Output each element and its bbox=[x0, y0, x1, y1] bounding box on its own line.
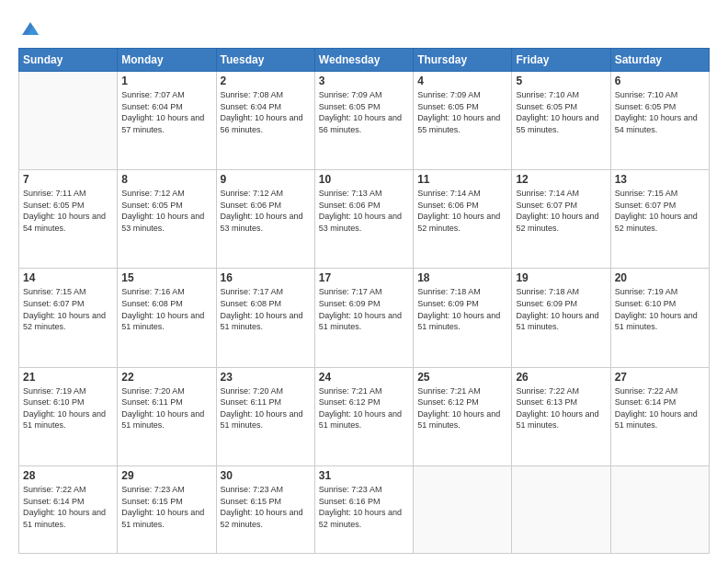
day-number: 31 bbox=[319, 469, 409, 482]
day-number: 24 bbox=[319, 371, 409, 384]
calendar-cell: 25Sunrise: 7:21 AMSunset: 6:12 PMDayligh… bbox=[414, 367, 512, 465]
day-detail: Sunrise: 7:08 AMSunset: 6:04 PMDaylight:… bbox=[221, 89, 311, 135]
day-number: 11 bbox=[417, 173, 507, 186]
calendar-cell: 29Sunrise: 7:23 AMSunset: 6:15 PMDayligh… bbox=[118, 465, 216, 553]
calendar-cell: 8Sunrise: 7:12 AMSunset: 6:05 PMDaylight… bbox=[118, 170, 216, 269]
calendar-cell: 13Sunrise: 7:15 AMSunset: 6:07 PMDayligh… bbox=[610, 170, 709, 269]
day-detail: Sunrise: 7:22 AMSunset: 6:14 PMDaylight:… bbox=[23, 484, 113, 530]
calendar-cell: 2Sunrise: 7:08 AMSunset: 6:04 PMDaylight… bbox=[216, 72, 314, 170]
calendar-cell: 3Sunrise: 7:09 AMSunset: 6:05 PMDaylight… bbox=[314, 72, 413, 170]
calendar-cell: 15Sunrise: 7:16 AMSunset: 6:08 PMDayligh… bbox=[118, 269, 216, 367]
day-detail: Sunrise: 7:21 AMSunset: 6:12 PMDaylight:… bbox=[319, 385, 409, 431]
calendar-cell: 1Sunrise: 7:07 AMSunset: 6:04 PMDaylight… bbox=[118, 72, 216, 170]
day-detail: Sunrise: 7:16 AMSunset: 6:08 PMDaylight:… bbox=[121, 286, 211, 332]
day-number: 23 bbox=[221, 371, 311, 384]
day-number: 19 bbox=[516, 271, 606, 284]
calendar-week-4: 21Sunrise: 7:19 AMSunset: 6:10 PMDayligh… bbox=[19, 367, 710, 465]
calendar-cell: 26Sunrise: 7:22 AMSunset: 6:13 PMDayligh… bbox=[512, 367, 610, 465]
day-detail: Sunrise: 7:15 AMSunset: 6:07 PMDaylight:… bbox=[615, 188, 705, 234]
calendar-cell: 4Sunrise: 7:09 AMSunset: 6:05 PMDaylight… bbox=[414, 72, 512, 170]
day-number: 14 bbox=[23, 271, 113, 284]
day-number: 2 bbox=[221, 75, 311, 87]
page: SundayMondayTuesdayWednesdayThursdayFrid… bbox=[0, 0, 728, 563]
calendar-header-wednesday: Wednesday bbox=[314, 49, 413, 72]
calendar-week-2: 7Sunrise: 7:11 AMSunset: 6:05 PMDaylight… bbox=[19, 170, 710, 269]
calendar-cell: 30Sunrise: 7:23 AMSunset: 6:15 PMDayligh… bbox=[216, 465, 314, 553]
day-number: 3 bbox=[319, 75, 409, 87]
calendar-cell: 21Sunrise: 7:19 AMSunset: 6:10 PMDayligh… bbox=[19, 367, 118, 465]
calendar-week-3: 14Sunrise: 7:15 AMSunset: 6:07 PMDayligh… bbox=[19, 269, 710, 367]
day-detail: Sunrise: 7:10 AMSunset: 6:05 PMDaylight:… bbox=[615, 89, 705, 135]
day-detail: Sunrise: 7:12 AMSunset: 6:05 PMDaylight:… bbox=[121, 188, 211, 234]
day-detail: Sunrise: 7:20 AMSunset: 6:11 PMDaylight:… bbox=[121, 385, 211, 431]
calendar-header-sunday: Sunday bbox=[19, 49, 118, 72]
calendar-header-monday: Monday bbox=[118, 49, 216, 72]
day-number: 16 bbox=[221, 271, 311, 284]
calendar-cell: 6Sunrise: 7:10 AMSunset: 6:05 PMDaylight… bbox=[610, 72, 709, 170]
calendar-cell: 20Sunrise: 7:19 AMSunset: 6:10 PMDayligh… bbox=[610, 269, 709, 367]
calendar-header-friday: Friday bbox=[512, 49, 610, 72]
calendar-header-saturday: Saturday bbox=[610, 49, 709, 72]
day-number: 27 bbox=[615, 371, 705, 384]
calendar-cell: 16Sunrise: 7:17 AMSunset: 6:08 PMDayligh… bbox=[216, 269, 314, 367]
calendar-cell bbox=[512, 465, 610, 553]
day-number: 18 bbox=[417, 271, 507, 284]
day-detail: Sunrise: 7:20 AMSunset: 6:11 PMDaylight:… bbox=[221, 385, 311, 431]
day-number: 5 bbox=[516, 75, 606, 87]
day-detail: Sunrise: 7:17 AMSunset: 6:08 PMDaylight:… bbox=[221, 286, 311, 332]
calendar-cell: 24Sunrise: 7:21 AMSunset: 6:12 PMDayligh… bbox=[314, 367, 413, 465]
calendar-cell: 10Sunrise: 7:13 AMSunset: 6:06 PMDayligh… bbox=[314, 170, 413, 269]
day-detail: Sunrise: 7:12 AMSunset: 6:06 PMDaylight:… bbox=[221, 188, 311, 234]
day-number: 1 bbox=[121, 75, 211, 87]
day-detail: Sunrise: 7:18 AMSunset: 6:09 PMDaylight:… bbox=[417, 286, 507, 332]
logo-icon bbox=[20, 18, 40, 39]
day-number: 28 bbox=[23, 469, 113, 482]
calendar-cell: 12Sunrise: 7:14 AMSunset: 6:07 PMDayligh… bbox=[512, 170, 610, 269]
day-number: 7 bbox=[23, 173, 113, 186]
day-number: 26 bbox=[516, 371, 606, 384]
day-detail: Sunrise: 7:22 AMSunset: 6:13 PMDaylight:… bbox=[516, 385, 606, 431]
header bbox=[18, 17, 710, 39]
day-detail: Sunrise: 7:14 AMSunset: 6:06 PMDaylight:… bbox=[417, 188, 507, 234]
day-number: 12 bbox=[516, 173, 606, 186]
day-detail: Sunrise: 7:23 AMSunset: 6:16 PMDaylight:… bbox=[319, 484, 409, 530]
day-detail: Sunrise: 7:18 AMSunset: 6:09 PMDaylight:… bbox=[516, 286, 606, 332]
day-detail: Sunrise: 7:07 AMSunset: 6:04 PMDaylight:… bbox=[121, 89, 211, 135]
day-number: 21 bbox=[23, 371, 113, 384]
calendar-cell: 19Sunrise: 7:18 AMSunset: 6:09 PMDayligh… bbox=[512, 269, 610, 367]
day-number: 25 bbox=[417, 371, 507, 384]
day-detail: Sunrise: 7:09 AMSunset: 6:05 PMDaylight:… bbox=[319, 89, 409, 135]
day-number: 10 bbox=[319, 173, 409, 186]
day-number: 17 bbox=[319, 271, 409, 284]
day-detail: Sunrise: 7:19 AMSunset: 6:10 PMDaylight:… bbox=[23, 385, 113, 431]
calendar-cell: 31Sunrise: 7:23 AMSunset: 6:16 PMDayligh… bbox=[314, 465, 413, 553]
day-number: 20 bbox=[615, 271, 705, 284]
calendar-cell: 5Sunrise: 7:10 AMSunset: 6:05 PMDaylight… bbox=[512, 72, 610, 170]
calendar-cell: 14Sunrise: 7:15 AMSunset: 6:07 PMDayligh… bbox=[19, 269, 118, 367]
day-detail: Sunrise: 7:10 AMSunset: 6:05 PMDaylight:… bbox=[516, 89, 606, 135]
calendar-cell: 11Sunrise: 7:14 AMSunset: 6:06 PMDayligh… bbox=[414, 170, 512, 269]
calendar-header-thursday: Thursday bbox=[414, 49, 512, 72]
day-detail: Sunrise: 7:17 AMSunset: 6:09 PMDaylight:… bbox=[319, 286, 409, 332]
day-detail: Sunrise: 7:23 AMSunset: 6:15 PMDaylight:… bbox=[221, 484, 311, 530]
day-detail: Sunrise: 7:19 AMSunset: 6:10 PMDaylight:… bbox=[615, 286, 705, 332]
day-number: 13 bbox=[615, 173, 705, 186]
day-detail: Sunrise: 7:13 AMSunset: 6:06 PMDaylight:… bbox=[319, 188, 409, 234]
day-number: 9 bbox=[221, 173, 311, 186]
calendar-week-1: 1Sunrise: 7:07 AMSunset: 6:04 PMDaylight… bbox=[19, 72, 710, 170]
day-number: 29 bbox=[121, 469, 211, 482]
calendar-header-row: SundayMondayTuesdayWednesdayThursdayFrid… bbox=[19, 49, 710, 72]
calendar-header-tuesday: Tuesday bbox=[216, 49, 314, 72]
day-detail: Sunrise: 7:15 AMSunset: 6:07 PMDaylight:… bbox=[23, 286, 113, 332]
calendar-cell: 7Sunrise: 7:11 AMSunset: 6:05 PMDaylight… bbox=[19, 170, 118, 269]
day-number: 30 bbox=[221, 469, 311, 482]
calendar-cell: 18Sunrise: 7:18 AMSunset: 6:09 PMDayligh… bbox=[414, 269, 512, 367]
calendar-week-5: 28Sunrise: 7:22 AMSunset: 6:14 PMDayligh… bbox=[19, 465, 710, 553]
calendar-cell: 28Sunrise: 7:22 AMSunset: 6:14 PMDayligh… bbox=[19, 465, 118, 553]
day-number: 22 bbox=[121, 371, 211, 384]
day-number: 6 bbox=[615, 75, 705, 87]
day-detail: Sunrise: 7:09 AMSunset: 6:05 PMDaylight:… bbox=[417, 89, 507, 135]
day-detail: Sunrise: 7:21 AMSunset: 6:12 PMDaylight:… bbox=[417, 385, 507, 431]
logo bbox=[18, 17, 40, 39]
calendar-cell: 22Sunrise: 7:20 AMSunset: 6:11 PMDayligh… bbox=[118, 367, 216, 465]
